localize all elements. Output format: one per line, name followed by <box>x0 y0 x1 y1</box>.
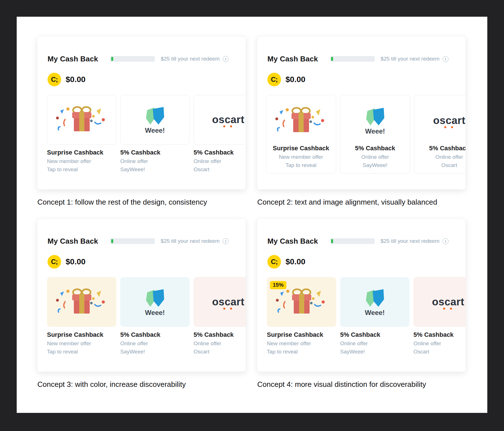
info-icon[interactable]: i <box>443 56 449 62</box>
info-icon[interactable]: i <box>223 56 229 62</box>
info-icon[interactable]: i <box>223 238 229 244</box>
progress-fill <box>111 239 113 243</box>
weee-logo: Weee! <box>142 105 168 134</box>
offer-card-oscart[interactable]: oscart 5% Cashback Online offer Oscart <box>194 277 246 356</box>
weee-logo: Weee! <box>362 106 388 135</box>
widget-title: My Cash Back <box>48 55 98 63</box>
offer-subtitle: Tap to reveal <box>267 348 336 356</box>
cashback-widget-mockup: My Cash Back $25 till your next redeem i… <box>257 36 466 190</box>
offer-title: 5% Cashback <box>340 144 410 152</box>
offer-card-oscart[interactable]: oscart 5% Cashback Online offer Oscart <box>413 277 466 356</box>
offer-card-surprise[interactable]: Surprise Cashback New member offer Tap t… <box>47 277 116 356</box>
offer-title: 5% Cashback <box>414 144 466 152</box>
gift-illustration <box>53 102 110 137</box>
offer-image: oscart <box>414 98 466 143</box>
progress-label: $25 till your next redeem <box>381 238 439 244</box>
offer-title: 5% Cashback <box>120 149 190 156</box>
progress-fill <box>331 239 333 243</box>
progress-bar <box>330 238 375 244</box>
progress-fill <box>331 57 333 61</box>
offer-subtitle: Oscart <box>413 348 466 356</box>
weee-logo-mark <box>362 288 388 308</box>
progress-fill <box>111 57 113 61</box>
offer-subtitle: Online offer <box>414 153 466 161</box>
oscart-logo-wordmark: oscart <box>212 114 244 125</box>
offer-card-weee[interactable]: Weee! 5% Cashback Online offer SayWeee! <box>340 95 410 173</box>
weee-logo-wordmark: Weee! <box>365 309 385 317</box>
offer-subtitle: Oscart <box>194 348 246 356</box>
offer-card-oscart[interactable]: oscart 5% Cashback Online offer Oscart <box>414 95 466 173</box>
balance-amount: $0.00 <box>66 257 85 266</box>
info-icon[interactable]: i <box>443 238 449 244</box>
gift-illustration <box>273 103 329 138</box>
offer-image <box>47 95 116 145</box>
redeem-progress: $25 till your next redeem i <box>330 56 449 62</box>
oscart-logo: oscart <box>212 296 244 308</box>
progress-label: $25 till your next redeem <box>381 56 439 62</box>
offer-title: 5% Cashback <box>120 331 190 338</box>
offer-card-weee[interactable]: Weee! 5% Cashback Online offer SayWeee! <box>120 95 190 173</box>
offer-subtitle: Online offer <box>194 157 246 165</box>
progress-bar <box>110 238 155 244</box>
offer-image: oscart <box>194 277 246 327</box>
weee-logo-mark <box>142 288 168 308</box>
widget-title: My Cash Back <box>267 237 318 246</box>
oscart-logo-dot <box>444 126 446 128</box>
offer-image: Weee! <box>120 95 190 145</box>
weee-logo-wordmark: Weee! <box>145 126 165 134</box>
weee-logo-mark <box>142 105 168 126</box>
oscart-logo-wordmark: oscart <box>212 296 244 308</box>
gift-illustration <box>273 103 329 138</box>
oscart-logo: oscart <box>433 115 465 126</box>
offer-card-surprise[interactable]: Surprise Cashback New member offer Tap t… <box>47 95 116 173</box>
widget-title: My Cash Back <box>267 55 318 63</box>
offer-subtitle: SayWeee! <box>120 165 190 173</box>
weee-logo-wordmark: Weee! <box>365 127 385 135</box>
offer-subtitle: SayWeee! <box>120 348 190 356</box>
balance-amount: $0.00 <box>286 75 305 84</box>
progress-label: $25 till your next redeem <box>161 56 220 62</box>
offer-subtitle: Online offer <box>340 153 410 161</box>
offer-image: Weee! <box>120 277 190 327</box>
oscart-logo: oscart <box>212 296 244 308</box>
widget-header: My Cash Back $25 till your next redeem i <box>48 55 229 63</box>
offer-image: 15% <box>267 277 336 327</box>
weee-logo: Weee! <box>362 288 388 317</box>
gift-illustration <box>53 285 110 319</box>
offer-title: 5% Cashback <box>194 331 246 338</box>
oscart-logo-dot <box>443 308 445 310</box>
offer-card-weee[interactable]: Weee! 5% Cashback Online offer SayWeee! <box>340 277 409 356</box>
design-sheet-panel: My Cash Back $25 till your next redeem i… <box>17 17 487 413</box>
widget-header: My Cash Back $25 till your next redeem i <box>267 55 449 63</box>
offer-subtitle: Oscart <box>194 165 246 173</box>
offer-card-surprise[interactable]: Surprise Cashback New member offer Tap t… <box>266 95 336 173</box>
concept-block-3: My Cash Back $25 till your next redeem i… <box>37 218 246 401</box>
weee-logo: Weee! <box>362 106 388 135</box>
balance-row: C; $0.00 <box>48 255 246 269</box>
oscart-logo-dot <box>230 125 232 127</box>
offer-subtitle: New member offer <box>266 153 336 161</box>
offer-image: Weee! <box>340 277 409 327</box>
offers-row: Surprise Cashback New member offer Tap t… <box>47 95 246 173</box>
widget-header: My Cash Back $25 till your next redeem i <box>48 237 229 245</box>
balance-row: C; $0.00 <box>267 255 466 269</box>
coin-icon: C; <box>267 255 281 269</box>
offer-card-surprise[interactable]: 15% Surprise Cashback New member offer T… <box>267 277 336 356</box>
oscart-logo-dot <box>451 126 453 128</box>
oscart-logo-dot <box>223 125 225 127</box>
concept-caption: Concept 2: text and image alignment, vis… <box>257 198 466 207</box>
offer-title: 5% Cashback <box>194 149 246 156</box>
offer-card-weee[interactable]: Weee! 5% Cashback Online offer SayWeee! <box>120 277 190 356</box>
oscart-logo-dot <box>230 308 232 310</box>
concepts-grid: My Cash Back $25 till your next redeem i… <box>17 17 487 401</box>
gift-illustration <box>53 285 110 319</box>
coin-icon: C; <box>48 255 61 269</box>
offer-title: 5% Cashback <box>413 331 466 338</box>
offer-card-oscart[interactable]: oscart 5% Cashback Online offer Oscart <box>194 95 246 173</box>
offer-subtitle: New member offer <box>267 339 336 348</box>
cashback-widget-mockup: My Cash Back $25 till your next redeem i… <box>37 218 246 372</box>
oscart-logo-wordmark: oscart <box>433 115 465 126</box>
concept-caption: Concept 3: with color, increase discover… <box>37 380 246 389</box>
offer-subtitle: Online offer <box>340 339 409 348</box>
offer-title: Surprise Cashback <box>266 144 336 152</box>
